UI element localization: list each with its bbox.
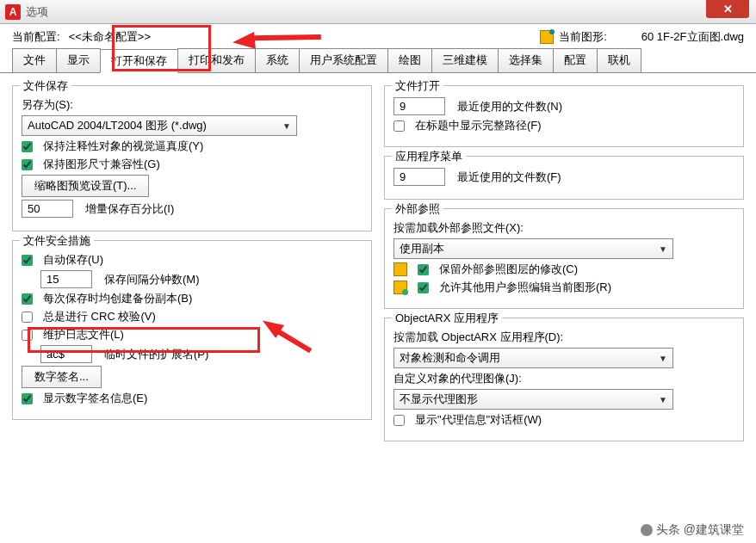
create-bak-cb[interactable] xyxy=(22,293,33,305)
content-pane: 文件保存 另存为(S): AutoCAD 2004/LT2004 图形 (*.d… xyxy=(0,73,756,447)
keep-annotative-cb[interactable] xyxy=(22,141,33,152)
tab-config[interactable]: 配置 xyxy=(553,48,598,72)
appmenu-recent-label: 最近使用的文件数(F) xyxy=(457,170,561,185)
saveas-combo-value: AutoCAD 2004/LT2004 图形 (*.dwg) xyxy=(28,118,207,133)
tab-userpref[interactable]: 用户系统配置 xyxy=(299,48,388,72)
allow-xref-edit-cb[interactable] xyxy=(418,282,429,293)
close-button[interactable]: ✕ xyxy=(706,0,749,18)
proxy-img-combo[interactable]: 不显示代理图形▼ xyxy=(393,389,673,410)
appmenu-recent-input[interactable] xyxy=(393,168,445,186)
arrow-to-tab xyxy=(232,32,256,51)
xref-combo-value: 使用副本 xyxy=(400,241,444,256)
file-save-group: 文件保存 另存为(S): AutoCAD 2004/LT2004 图形 (*.d… xyxy=(12,85,372,231)
chevron-down-icon: ▼ xyxy=(659,244,667,254)
xref-load-label: 按需加载外部参照文件(X): xyxy=(393,220,524,236)
autosave-label: 自动保存(U) xyxy=(43,252,103,268)
chevron-down-icon: ▼ xyxy=(282,121,291,131)
arx-load-value: 对象检测和命令调用 xyxy=(400,350,500,366)
proxy-info-label: 显示"代理信息"对话框(W) xyxy=(415,412,542,428)
keep-size-cb[interactable] xyxy=(22,159,33,170)
fullpath-label: 在标题中显示完整路径(F) xyxy=(415,118,542,133)
app-icon: A xyxy=(5,4,21,20)
chevron-down-icon: ▼ xyxy=(659,354,667,363)
tab-select[interactable]: 选择集 xyxy=(498,48,554,72)
arx-load-label: 按需加载 ObjectARX 应用程序(D): xyxy=(393,330,563,345)
create-bak-label: 每次保存时均创建备份副本(B) xyxy=(43,291,192,306)
proxy-img-value: 不显示代理图形 xyxy=(400,392,478,407)
redbox-bak xyxy=(28,327,260,353)
proxy-img-label: 自定义对象的代理图像(J): xyxy=(393,371,522,386)
current-drawing-label: 当前图形: xyxy=(559,29,607,45)
allow-xref-edit-label: 允许其他用户参照编辑当前图形(R) xyxy=(439,280,611,295)
thumbnail-btn[interactable]: 缩略图预览设置(T)... xyxy=(22,175,149,197)
chevron-down-icon: ▼ xyxy=(659,395,667,404)
tab-online[interactable]: 联机 xyxy=(597,48,641,72)
recent-files-label: 最近使用的文件数(N) xyxy=(457,99,562,114)
xref-edit-icon xyxy=(393,281,407,294)
tab-draft[interactable]: 绘图 xyxy=(387,48,432,72)
incr-save-label: 增量保存百分比(I) xyxy=(85,201,174,217)
recent-files-input[interactable] xyxy=(393,97,445,115)
watermark: 头条 @建筑课堂 xyxy=(641,522,744,538)
autosave-cb[interactable] xyxy=(22,255,33,266)
tab-display[interactable]: 显示 xyxy=(56,48,101,72)
show-sig-label: 显示数字签名信息(E) xyxy=(43,391,147,406)
crc-cb[interactable] xyxy=(22,312,33,323)
window-title: 选项 xyxy=(26,4,751,20)
app-menu-title: 应用程序菜单 xyxy=(392,149,466,164)
xref-title: 外部参照 xyxy=(392,201,443,217)
objectarx-title: ObjectARX 应用程序 xyxy=(392,311,502,326)
tab-system[interactable]: 系统 xyxy=(255,48,300,72)
autosave-min-label: 保存间隔分钟数(M) xyxy=(104,272,200,287)
current-profile-label: 当前配置: xyxy=(12,29,60,45)
autosave-min-input[interactable] xyxy=(40,270,92,288)
signature-btn[interactable]: 数字签名... xyxy=(22,366,102,388)
tab-file[interactable]: 文件 xyxy=(12,48,57,72)
xref-group: 外部参照 按需加载外部参照文件(X): 使用副本 ▼ 保留外部参照图层的修改(C… xyxy=(384,208,744,309)
current-drawing-value: 60 1F-2F立面图.dwg xyxy=(641,29,744,45)
incr-save-input[interactable] xyxy=(22,200,73,218)
show-sig-cb[interactable] xyxy=(22,393,33,404)
objectarx-group: ObjectARX 应用程序 按需加载 ObjectARX 应用程序(D): 对… xyxy=(384,318,744,441)
file-safety-title: 文件安全措施 xyxy=(20,233,94,249)
redbox-tab xyxy=(112,25,211,71)
saveas-combo[interactable]: AutoCAD 2004/LT2004 图形 (*.dwg) ▼ xyxy=(22,115,297,136)
fullpath-cb[interactable] xyxy=(393,120,405,132)
keep-size-label: 保持图形尺寸兼容性(G) xyxy=(43,157,160,172)
arx-load-combo[interactable]: 对象检测和命令调用▼ xyxy=(393,348,673,368)
watermark-text: 头条 @建筑课堂 xyxy=(656,522,744,538)
tab-3d[interactable]: 三维建模 xyxy=(431,48,499,72)
right-column: 文件打开 最近使用的文件数(N) 在标题中显示完整路径(F) 应用程序菜单 最近… xyxy=(384,85,744,441)
proxy-info-cb[interactable] xyxy=(393,415,405,426)
keep-annotative-label: 保持注释性对象的视觉逼真度(Y) xyxy=(43,139,203,154)
drawing-icon xyxy=(540,30,554,44)
keep-xref-layer-label: 保留外部参照图层的修改(C) xyxy=(439,262,578,277)
xref-icon xyxy=(393,262,407,276)
file-open-title: 文件打开 xyxy=(392,78,443,94)
keep-xref-layer-cb[interactable] xyxy=(418,264,429,275)
file-open-group: 文件打开 最近使用的文件数(N) 在标题中显示完整路径(F) xyxy=(384,85,744,147)
left-column: 文件保存 另存为(S): AutoCAD 2004/LT2004 图形 (*.d… xyxy=(12,85,372,441)
titlebar: A 选项 ✕ xyxy=(0,0,756,24)
app-menu-group: 应用程序菜单 最近使用的文件数(F) xyxy=(384,156,744,200)
avatar-icon xyxy=(641,524,653,536)
file-save-title: 文件保存 xyxy=(20,78,71,94)
xref-combo[interactable]: 使用副本 ▼ xyxy=(393,238,673,259)
saveas-label: 另存为(S): xyxy=(22,97,73,113)
crc-label: 总是进行 CRC 校验(V) xyxy=(43,309,156,324)
